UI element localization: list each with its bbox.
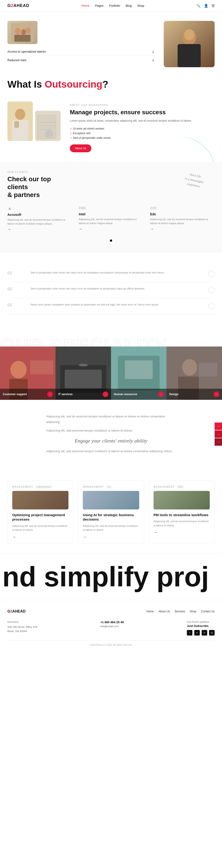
mgmt-arrow-1[interactable]: → xyxy=(12,535,16,539)
hero-feature-talents: Access to specialized talents ↙ xyxy=(7,50,154,56)
clients-section: OUR CLIENTS Check our top clients & part… xyxy=(0,161,222,252)
spec-card-btn-3[interactable]: → xyxy=(158,392,164,397)
mgmt-heading-2: Using AI for strategic business decision… xyxy=(83,513,139,522)
hero-team-image xyxy=(7,21,37,44)
manage-description: Lorem ipsum dolor sit amet, consectetur … xyxy=(70,119,215,123)
numbered-circle-2[interactable] xyxy=(208,287,215,293)
client-logo-3: edc xyxy=(150,206,215,211)
footer-nav-contact[interactable]: Contact Us xyxy=(201,610,215,613)
sidebar-btn-2[interactable]: → xyxy=(215,430,222,438)
arrow-down-left-icon-1: ↙ xyxy=(151,49,155,54)
nav-logo[interactable]: G2AHEAD xyxy=(7,3,29,8)
spec-card-overlay-4: Design → xyxy=(166,389,222,400)
svg-rect-8 xyxy=(178,44,201,67)
footer-nav-home[interactable]: Home xyxy=(146,610,154,613)
nav-link-blog[interactable]: Blog xyxy=(125,4,132,7)
nav-link-home[interactable]: Home xyxy=(81,4,89,7)
spec-card-btn-2[interactable]: → xyxy=(103,392,108,397)
clients-tag: OUR CLIENTS xyxy=(7,171,215,174)
footer-address-text: 106-108 Street, Office 478 Berlin, Die 8… xyxy=(7,625,37,633)
hero-left: Access to specialized talents ↙ Reduced … xyxy=(7,21,154,64)
mgmt-tag-label-2: AI xyxy=(106,485,113,489)
social-icon-twitter[interactable]: t xyxy=(187,630,192,636)
numbered-num-2: 02 xyxy=(7,287,17,291)
mgmt-heading-1: Optimizing project management processes xyxy=(12,513,69,522)
sidebar-btn-3[interactable]: → xyxy=(215,438,222,446)
client-logo-2: intel. xyxy=(79,206,143,211)
pagination-dot[interactable] xyxy=(110,240,112,242)
numbered-row-3: 03 Nemo enim ipsam voluptatem quia volup… xyxy=(7,298,215,314)
feature-risks-text: Reduced risks xyxy=(7,58,26,62)
team-illustration xyxy=(11,23,34,42)
social-icon-linkedin[interactable]: in xyxy=(202,630,207,636)
numbered-text-1: Sed ut perspiciatis unde omnis iste natu… xyxy=(31,271,194,275)
numbered-circle-1[interactable] xyxy=(208,271,215,277)
svg-rect-13 xyxy=(14,121,19,128)
client-arrow-1[interactable]: → xyxy=(7,227,11,231)
footer-phone[interactable]: +1 800 464 25 49 xyxy=(100,620,124,624)
spec-card-hr: Human resources → xyxy=(111,346,166,400)
mgmt-tag-1: MANAGEMENT Process xyxy=(12,485,69,489)
nav-link-shop[interactable]: Shop xyxy=(137,4,144,7)
footer-email[interactable]: info@email.com xyxy=(100,625,124,628)
handwriting-curve: Since life is a meaningful experience xyxy=(184,172,205,190)
hero-features: Access to specialized talents ↙ Reduced … xyxy=(7,50,154,64)
clients-grid: ▲ Accusoft Adipiscing elit, sed do eiusm… xyxy=(7,206,215,231)
management-section: MANAGEMENT Process Optimizing project ma… xyxy=(0,471,222,553)
search-icon[interactable]: 🔍 xyxy=(196,4,201,8)
footer-nav-shop[interactable]: Shop xyxy=(190,610,196,613)
heading-suffix: ? xyxy=(103,79,108,90)
spec-card-btn-4[interactable]: → xyxy=(214,392,219,397)
text-para-2: Adipiscing elit, sed eiusmod tempor inci… xyxy=(46,428,176,433)
clients-pagination xyxy=(7,239,215,243)
footer-nav-services[interactable]: Services xyxy=(175,610,185,613)
user-icon[interactable]: 👤 xyxy=(204,4,208,8)
mgmt-arrow-2[interactable]: → xyxy=(83,535,86,539)
mgmt-img-2 xyxy=(83,491,139,509)
numbered-circle-3[interactable] xyxy=(208,303,215,309)
hero-person-svg xyxy=(164,21,215,67)
manage-person-svg xyxy=(7,101,33,141)
social-icon-x[interactable]: ✕ xyxy=(194,630,200,636)
svg-point-2 xyxy=(21,29,26,35)
numbered-text-2: Sed ut perspiciatis unde omnis iste natu… xyxy=(31,287,194,291)
mgmt-arrow-3[interactable]: → xyxy=(153,530,157,534)
footer-nav-about[interactable]: About Us xyxy=(158,610,170,613)
footer-col-subscribe: Get Fresh updates Just Subscribe. t ✕ in… xyxy=(187,620,215,636)
mgmt-desc-1: Adipiscing elit, sed do eiusmod tempor i… xyxy=(12,524,69,532)
svg-rect-23 xyxy=(30,361,53,374)
svg-point-3 xyxy=(26,28,31,34)
sidebar-btn-1[interactable]: → xyxy=(215,423,222,430)
client-item-3: edc Edc Adipiscing elit, sed do eiusmod … xyxy=(150,206,215,231)
manage-images xyxy=(7,101,61,141)
nav-link-pages[interactable]: Pages xyxy=(95,4,104,7)
footer-logo[interactable]: G2AHEAD xyxy=(7,609,26,614)
footer-nav: Home About Us Services Shop Contact Us xyxy=(146,610,215,613)
spec-card-btn-1[interactable]: → xyxy=(47,392,53,397)
footer-top: G2AHEAD Home About Us Services Shop Cont… xyxy=(7,609,215,614)
client-desc-1: Adipiscing elit, sed do eiusmod tempor i… xyxy=(7,218,72,225)
menu-icon[interactable]: ☰ xyxy=(212,4,215,8)
hero-images xyxy=(7,21,154,44)
mgmt-heading-3: PM tools to streamline workflows xyxy=(153,513,210,517)
spec-card-overlay-3: Human resources → xyxy=(111,389,166,400)
checklist-item-2: ✓ Excepteur sint xyxy=(70,131,215,135)
text-para-3: Adipiscing elit, sed eiusmod tempor inci… xyxy=(46,448,176,454)
client-arrow-2[interactable]: → xyxy=(79,227,82,231)
client-item-2: intel. Intel Adipiscing elit, sed do eiu… xyxy=(79,206,143,231)
handwriting-text: Engage your clients' entirely ability xyxy=(46,438,176,444)
checklist-item-1: ✓ Ut enim ad minim veniam xyxy=(70,126,215,131)
nav-link-portfolio[interactable]: Portfolio xyxy=(109,4,120,7)
client-name-1: Accusoft xyxy=(7,213,72,216)
svg-rect-4 xyxy=(14,35,31,42)
footer-subscribe-sub: Just Subscribe. xyxy=(187,624,215,628)
about-us-button[interactable]: About Us xyxy=(70,145,91,152)
nav-links: Home Pages Portfolio Blog Shop xyxy=(81,4,144,7)
social-icon-instagram[interactable]: ig xyxy=(209,630,215,636)
footer-bottom: Germany 106-108 Street, Office 478 Berli… xyxy=(7,620,215,636)
speciality-section: OUR SPECIALITY Customer support → xyxy=(0,333,222,400)
client-arrow-3[interactable]: → xyxy=(150,227,154,231)
mgmt-tag-label-1: Process xyxy=(35,485,52,489)
nav-icons: 🔍 👤 ☰ xyxy=(196,4,215,8)
hero-person-image xyxy=(164,21,215,67)
